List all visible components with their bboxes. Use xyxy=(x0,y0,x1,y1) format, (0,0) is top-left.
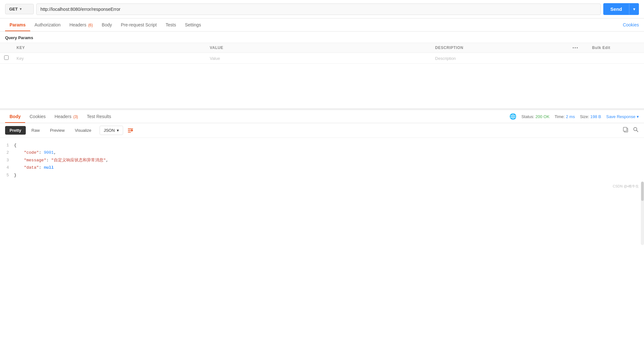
code-content: "data": null xyxy=(14,164,641,171)
checkbox-col-header xyxy=(0,43,13,53)
row-bulk-cell xyxy=(588,53,644,64)
method-select[interactable]: GET ▾ xyxy=(5,4,34,14)
method-chevron-icon: ▾ xyxy=(20,7,22,11)
size-value: 198 B xyxy=(590,114,601,119)
code-content: "message": "自定义响应状态和异常消息", xyxy=(14,157,641,164)
tab-settings[interactable]: Settings xyxy=(180,18,206,31)
code-line-2: 2 "code": 9001, xyxy=(0,149,644,156)
description-input[interactable] xyxy=(435,56,559,61)
format-tab-visualize[interactable]: Visualize xyxy=(70,126,96,135)
send-chevron-icon: ▾ xyxy=(629,4,639,15)
scrollbar-track xyxy=(641,181,644,190)
line-number: 3 xyxy=(3,157,14,164)
key-col-header: KEY xyxy=(13,43,206,53)
tab-tests[interactable]: Tests xyxy=(161,18,181,31)
url-input[interactable] xyxy=(36,4,601,15)
value-cell xyxy=(206,53,431,64)
watermark: CSDN @•稚牛生 xyxy=(0,183,644,190)
code-line-4: 4 "data": null xyxy=(0,164,644,171)
save-response-button[interactable]: Save Response ▾ xyxy=(606,114,639,119)
row-actions-cell xyxy=(563,53,588,64)
size-label: Size: 198 B xyxy=(580,114,601,119)
cookies-link[interactable]: Cookies xyxy=(623,22,639,27)
code-content: { xyxy=(14,142,641,149)
tab-headers[interactable]: Headers (6) xyxy=(65,18,97,31)
format-select-chevron-icon: ▾ xyxy=(117,128,119,133)
line-number: 5 xyxy=(3,172,14,179)
time-label: Time: 2 ms xyxy=(555,114,575,119)
query-params-title: Query Params xyxy=(0,32,644,43)
send-button[interactable]: Send ▾ xyxy=(603,3,639,15)
desc-col-header: DESCRIPTION xyxy=(431,43,563,53)
response-tab-headers[interactable]: Headers (3) xyxy=(50,110,82,123)
format-bar: Pretty Raw Preview Visualize JSON ▾ xyxy=(0,123,644,138)
send-label: Send xyxy=(603,3,629,15)
wrap-icon[interactable] xyxy=(127,127,134,134)
response-code-panel: 1 { 2 "code": 9001, 3 "message": "自定义响应状… xyxy=(0,138,644,183)
tab-authorization[interactable]: Authorization xyxy=(30,18,65,31)
bulk-edit-header[interactable]: Bulk Edit xyxy=(588,43,644,53)
globe-icon[interactable]: 🌐 xyxy=(509,113,516,120)
save-response-chevron-icon: ▾ xyxy=(637,114,639,119)
search-icon[interactable] xyxy=(633,126,639,134)
empty-space xyxy=(0,64,644,108)
line-number: 1 xyxy=(3,142,14,149)
method-label: GET xyxy=(9,7,18,11)
tab-params[interactable]: Params xyxy=(5,18,30,31)
key-input[interactable] xyxy=(17,56,202,61)
line-number: 2 xyxy=(3,149,14,156)
scrollbar-thumb[interactable] xyxy=(641,182,644,190)
time-value: 2 ms xyxy=(566,114,575,119)
svg-rect-4 xyxy=(623,127,627,131)
code-line-3: 3 "message": "自定义响应状态和异常消息", xyxy=(0,157,644,164)
response-meta: 🌐 Status: 200 OK Time: 2 ms Size: 198 B … xyxy=(509,113,639,120)
url-bar: GET ▾ Send ▾ xyxy=(0,0,644,18)
status-label: Status: 200 OK xyxy=(522,114,550,119)
more-col-header: ••• xyxy=(563,43,588,53)
line-number: 4 xyxy=(3,164,14,171)
copy-icon[interactable] xyxy=(622,126,629,134)
tab-pre-request-script[interactable]: Pre-request Script xyxy=(116,18,161,31)
code-line-1: 1 { xyxy=(0,142,644,149)
response-tabs: Body Cookies Headers (3) Test Results 🌐 … xyxy=(0,110,644,123)
more-icon: ••• xyxy=(572,46,578,50)
code-line-5: 5 } xyxy=(0,172,644,179)
table-row xyxy=(0,53,644,64)
code-content: } xyxy=(14,172,641,179)
svg-line-6 xyxy=(637,130,638,132)
format-bar-right xyxy=(622,126,639,134)
request-tabs: Params Authorization Headers (6) Body Pr… xyxy=(0,18,644,32)
json-format-select[interactable]: JSON ▾ xyxy=(100,126,123,135)
tab-body[interactable]: Body xyxy=(97,18,116,31)
response-tab-test-results[interactable]: Test Results xyxy=(82,110,116,123)
format-tab-raw[interactable]: Raw xyxy=(27,126,44,135)
params-table: KEY VALUE DESCRIPTION ••• Bulk Edit xyxy=(0,43,644,64)
response-tab-cookies[interactable]: Cookies xyxy=(25,110,50,123)
key-cell xyxy=(13,53,206,64)
status-value: 200 OK xyxy=(536,114,550,119)
response-tab-body[interactable]: Body xyxy=(5,110,25,123)
format-tab-pretty[interactable]: Pretty xyxy=(5,126,26,135)
row-checkbox[interactable] xyxy=(4,55,9,60)
description-cell xyxy=(431,53,563,64)
value-input[interactable] xyxy=(210,56,427,61)
code-content: "code": 9001, xyxy=(14,149,641,156)
value-col-header: VALUE xyxy=(206,43,431,53)
format-tab-preview[interactable]: Preview xyxy=(46,126,69,135)
row-checkbox-cell xyxy=(0,53,13,64)
